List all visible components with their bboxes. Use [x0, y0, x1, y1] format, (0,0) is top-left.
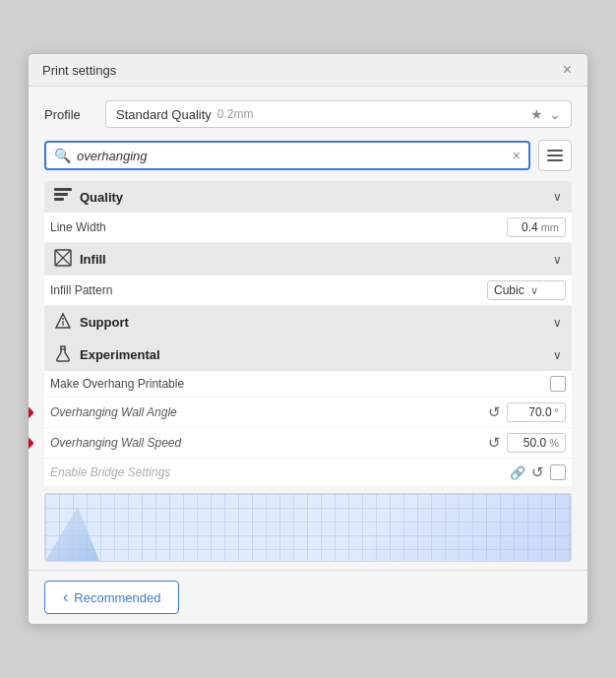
support-icon [54, 312, 72, 333]
red-arrow-angle: ➜ [28, 398, 34, 428]
bridge-reset-icon[interactable]: ↺ [531, 463, 544, 481]
window-title: Print settings [42, 63, 116, 78]
recommended-chevron-left: ‹ [63, 588, 68, 606]
overhanging-wall-angle-row: Overhanging Wall Angle ➜ ↺ 70.0 ° [44, 398, 572, 428]
title-bar: Print settings × [29, 54, 587, 87]
bridge-settings-checkbox[interactable] [550, 464, 566, 480]
profile-sub: 0.2mm [217, 107, 254, 121]
experimental-chevron: ∨ [553, 348, 562, 362]
menu-line-2 [547, 154, 563, 156]
chevron-down-icon[interactable]: ⌄ [549, 106, 561, 122]
make-overhang-printable-row: Make Overhang Printable [44, 371, 572, 398]
print-settings-window: Print settings × Profile Standard Qualit… [28, 53, 588, 625]
link-icon[interactable]: 🔗 [510, 465, 525, 480]
section-header-quality[interactable]: Quality ∨ [44, 181, 572, 213]
close-button[interactable]: × [561, 62, 574, 78]
menu-line-1 [547, 150, 563, 152]
overhanging-wall-angle-value-box[interactable]: 70.0 ° [507, 402, 566, 422]
profile-row: Profile Standard Quality 0.2mm ★ ⌄ [44, 100, 572, 128]
svg-rect-1 [54, 193, 68, 196]
svg-rect-2 [54, 198, 64, 201]
support-title: Support [80, 315, 553, 330]
overhanging-wall-angle-value: 70.0 [528, 405, 551, 419]
infill-chevron: ∨ [553, 253, 562, 267]
search-row: 🔍 × [44, 140, 572, 171]
make-overhang-checkbox[interactable] [550, 376, 566, 392]
profile-select-text: Standard Quality 0.2mm [116, 107, 254, 122]
experimental-title: Experimental [80, 347, 553, 362]
profile-label: Profile [44, 107, 93, 122]
quality-icon [54, 187, 72, 207]
recommended-button[interactable]: ‹ Recommended [44, 581, 179, 614]
enable-bridge-label: Enable Bridge Settings [50, 465, 504, 479]
section-header-infill[interactable]: Infill ∨ [44, 243, 572, 276]
menu-line-3 [547, 159, 563, 161]
recommended-label: Recommended [74, 590, 160, 605]
overhanging-wall-speed-label: Overhanging Wall Speed [50, 436, 482, 450]
search-input[interactable] [77, 149, 507, 163]
speed-reset-icon[interactable]: ↺ [488, 434, 501, 452]
make-overhang-label: Make Overhang Printable [50, 377, 544, 391]
menu-button[interactable] [538, 140, 572, 171]
line-width-label: Line Width [50, 220, 501, 234]
overhanging-wall-angle-label: Overhanging Wall Angle [50, 405, 482, 419]
red-arrow-speed: ➜ [28, 428, 34, 459]
section-header-support[interactable]: Support ∨ [44, 306, 572, 339]
svg-rect-0 [54, 188, 72, 191]
line-width-unit: mm [541, 221, 559, 233]
infill-pattern-value: Cubic [494, 283, 524, 297]
infill-pattern-chevron: ∨ [530, 284, 538, 297]
line-width-row: Line Width 0.4 mm [44, 213, 572, 243]
experimental-icon [54, 344, 72, 365]
infill-title: Infill [80, 252, 553, 267]
overhanging-wall-speed-unit: % [549, 437, 559, 449]
infill-pattern-select[interactable]: Cubic ∨ [487, 280, 566, 300]
overhanging-wall-speed-value: 50.0 [524, 436, 546, 450]
grid-overlay [45, 494, 571, 561]
support-chevron: ∨ [553, 316, 562, 330]
star-icon[interactable]: ★ [530, 106, 543, 122]
profile-name: Standard Quality [116, 107, 212, 122]
infill-pattern-label: Infill Pattern [50, 283, 481, 297]
infill-pattern-row: Infill Pattern Cubic ∨ [44, 276, 572, 306]
line-width-value: 0.4 [522, 220, 538, 234]
main-content: Profile Standard Quality 0.2mm ★ ⌄ 🔍 × [29, 87, 587, 562]
infill-icon [54, 249, 72, 270]
slicer-preview [44, 493, 572, 562]
search-box: 🔍 × [44, 141, 530, 170]
svg-point-8 [62, 318, 64, 320]
overhanging-wall-speed-value-box[interactable]: 50.0 % [507, 433, 566, 453]
footer: ‹ Recommended [29, 570, 587, 624]
line-width-value-box[interactable]: 0.4 mm [507, 217, 566, 237]
search-clear-icon[interactable]: × [513, 148, 521, 163]
profile-select[interactable]: Standard Quality 0.2mm ★ ⌄ [105, 100, 572, 128]
quality-chevron: ∨ [553, 190, 562, 204]
overhanging-wall-angle-unit: ° [555, 406, 559, 418]
enable-bridge-settings-row: Enable Bridge Settings 🔗 ↺ [44, 459, 572, 487]
profile-icons: ★ ⌄ [530, 106, 561, 122]
quality-title: Quality [80, 190, 553, 205]
search-icon: 🔍 [54, 148, 71, 163]
overhanging-wall-speed-row: Overhanging Wall Speed ➜ ↺ 50.0 % [44, 428, 572, 459]
section-header-experimental[interactable]: Experimental ∨ [44, 339, 572, 371]
angle-reset-icon[interactable]: ↺ [488, 403, 501, 421]
